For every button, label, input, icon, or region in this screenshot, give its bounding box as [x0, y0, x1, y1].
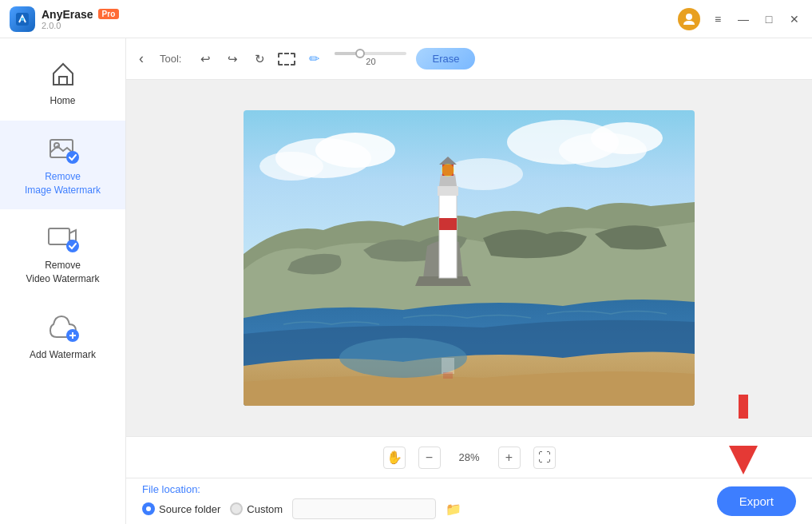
- slider-value: 20: [366, 57, 375, 66]
- tool-label: Tool:: [160, 53, 181, 65]
- select-rect-icon: [278, 53, 295, 66]
- app-logo: [10, 6, 35, 32]
- minimize-button[interactable]: —: [735, 11, 751, 27]
- svg-rect-29: [443, 372, 453, 379]
- maximize-button[interactable]: □: [761, 11, 777, 27]
- home-icon: [47, 58, 79, 89]
- sidebar-item-remove-video-label: RemoveVideo Watermark: [26, 259, 99, 286]
- rotate-button[interactable]: ↻: [248, 48, 271, 70]
- menu-icon[interactable]: ≡: [710, 11, 726, 27]
- main-layout: Home RemoveImage Watermark: [0, 38, 812, 524]
- svg-point-14: [315, 133, 395, 168]
- app-name: AnyErase Pro: [42, 8, 119, 21]
- sidebar-item-remove-image-label: RemoveImage Watermark: [25, 170, 101, 197]
- svg-point-1: [21, 18, 24, 21]
- app-name-text: AnyErase: [42, 8, 93, 21]
- browse-folder-button[interactable]: 📁: [446, 502, 461, 517]
- file-location-text: File location:: [142, 483, 200, 495]
- source-folder-option[interactable]: Source folder: [142, 502, 220, 515]
- app-version: 2.0.0: [42, 21, 119, 30]
- custom-path-input[interactable]: [292, 498, 436, 519]
- svg-point-6: [66, 151, 79, 164]
- slider-track: [335, 52, 406, 55]
- sidebar: Home RemoveImage Watermark: [0, 38, 126, 524]
- add-watermark-icon: [47, 312, 79, 343]
- sidebar-item-home-label: Home: [50, 94, 75, 108]
- svg-point-15: [259, 152, 323, 181]
- image-canvas[interactable]: [244, 110, 695, 406]
- title-bar-left: AnyErase Pro 2.0.0: [10, 6, 119, 32]
- zoom-in-button[interactable]: +: [498, 447, 521, 469]
- svg-rect-21: [439, 190, 457, 278]
- custom-option[interactable]: Custom: [230, 502, 283, 515]
- sidebar-item-remove-video-watermark[interactable]: RemoveVideo Watermark: [0, 209, 125, 299]
- title-bar-right: ≡ — □ ✕: [678, 8, 802, 30]
- bottom-bar: File location: Source folder Custom 📁: [126, 478, 812, 524]
- pan-tool-button[interactable]: ✋: [383, 447, 406, 469]
- fit-screen-button[interactable]: ⛶: [533, 447, 556, 469]
- title-bar: AnyErase Pro 2.0.0 ≡ — □ ✕: [0, 0, 812, 38]
- sidebar-item-add-watermark[interactable]: Add Watermark: [0, 299, 125, 375]
- file-location-label: File location:: [142, 483, 461, 495]
- sidebar-item-remove-image-watermark[interactable]: RemoveImage Watermark: [0, 121, 125, 210]
- zoom-bar: ✋ − 28% + ⛶: [126, 436, 812, 478]
- export-arrow-indicator: [729, 423, 758, 474]
- svg-rect-3: [59, 77, 67, 85]
- svg-point-8: [66, 240, 79, 252]
- back-button[interactable]: ‹: [139, 50, 144, 67]
- arrow-head: [729, 446, 758, 474]
- radio-check-inner: [146, 506, 151, 511]
- zoom-value: 28%: [454, 451, 485, 463]
- sidebar-item-add-watermark-label: Add Watermark: [30, 348, 96, 362]
- pro-badge: Pro: [98, 9, 120, 19]
- brush-size-slider[interactable]: 20: [335, 52, 406, 66]
- brush-button[interactable]: ✏: [303, 48, 325, 70]
- source-folder-radio: [142, 502, 155, 515]
- select-rect-button[interactable]: [275, 48, 298, 70]
- toolbar: ‹ Tool: ↩ ↪ ↻ ✏ 20 Erase: [126, 38, 812, 80]
- svg-point-27: [442, 164, 454, 177]
- file-location-group: File location: Source folder Custom 📁: [142, 483, 461, 519]
- user-avatar-icon[interactable]: [678, 8, 700, 30]
- app-name-group: AnyErase Pro 2.0.0: [42, 8, 119, 30]
- svg-rect-28: [442, 358, 454, 374]
- slider-fill: [335, 52, 356, 55]
- svg-rect-23: [439, 218, 457, 230]
- close-button[interactable]: ✕: [786, 11, 802, 27]
- svg-point-2: [686, 14, 692, 20]
- image-area: [126, 80, 812, 436]
- zoom-out-button[interactable]: −: [418, 447, 441, 469]
- svg-rect-22: [438, 186, 458, 196]
- redo-button[interactable]: ↪: [221, 48, 244, 70]
- slider-thumb: [355, 49, 365, 58]
- arrow-stem: [739, 395, 748, 419]
- file-options: Source folder Custom 📁: [142, 498, 461, 519]
- export-button[interactable]: Export: [717, 486, 796, 516]
- remove-video-watermark-icon: [47, 222, 79, 254]
- sidebar-item-home[interactable]: Home: [0, 45, 125, 121]
- erase-button[interactable]: Erase: [416, 48, 475, 69]
- undo-button[interactable]: ↩: [194, 48, 216, 70]
- custom-radio: [230, 502, 243, 515]
- content-area: ‹ Tool: ↩ ↪ ↻ ✏ 20 Erase: [126, 38, 812, 524]
- source-folder-label: Source folder: [159, 503, 220, 515]
- remove-image-watermark-icon: [47, 133, 79, 165]
- svg-point-18: [591, 122, 663, 154]
- svg-rect-7: [49, 228, 69, 244]
- custom-label: Custom: [247, 503, 283, 515]
- toolbar-tools: ↩ ↪ ↻ ✏: [194, 48, 325, 70]
